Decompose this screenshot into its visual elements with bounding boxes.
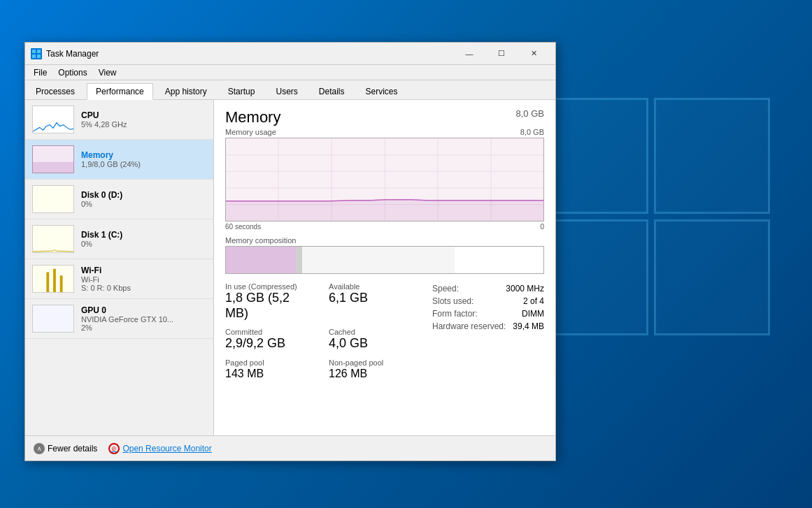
- chart-time-start: 60 seconds: [225, 223, 261, 231]
- gpu-thumbnail: [32, 305, 74, 333]
- disk1-detail: 0%: [81, 240, 122, 248]
- close-button[interactable]: ✕: [518, 43, 550, 65]
- tab-performance[interactable]: Performance: [87, 83, 153, 100]
- disk1-name: Disk 1 (C:): [81, 230, 122, 240]
- chart-max-label: 8,0 GB: [520, 128, 544, 136]
- sidebar-item-disk0[interactable]: Disk 0 (D:) 0%: [25, 180, 213, 219]
- disk1-thumbnail: [32, 225, 74, 253]
- sidebar-item-cpu[interactable]: CPU 5% 4,28 GHz: [25, 100, 213, 140]
- left-stats: In use (Compressed) 1,8 GB (5,2 MB) Avai…: [225, 282, 418, 380]
- chart-usage-label: Memory usage: [225, 128, 276, 136]
- chevron-up-icon: ∧: [34, 443, 45, 454]
- speed-value: 3000 MHz: [506, 284, 544, 293]
- cpu-detail: 5% 4,28 GHz: [81, 120, 127, 129]
- fewer-details-link[interactable]: ∧ Fewer details: [34, 443, 97, 454]
- tab-app-history[interactable]: App history: [156, 83, 216, 99]
- available-label: Available: [329, 282, 418, 291]
- svg-rect-9: [46, 273, 49, 293]
- chart-time-row: 60 seconds 0: [225, 223, 544, 231]
- stat-non-paged-pool: Non-paged pool 126 MB: [329, 358, 418, 380]
- composition-bar: [225, 246, 544, 274]
- bottom-bar: ∧ Fewer details ⊘ Open Resource Monitor: [25, 435, 555, 460]
- menu-view[interactable]: View: [93, 66, 122, 79]
- committed-value: 2,9/9,2 GB: [225, 336, 315, 351]
- memory-detail: 1,9/8,0 GB (24%): [81, 160, 141, 168]
- menu-options[interactable]: Options: [52, 66, 92, 79]
- svg-marker-22: [226, 200, 543, 222]
- task-manager-window: Task Manager — ☐ ✕ File Options View Pro…: [24, 42, 556, 461]
- svg-rect-1: [37, 50, 41, 53]
- slots-row: Slots used: 2 of 4: [432, 295, 544, 307]
- cpu-thumbnail: [32, 106, 74, 133]
- cpu-info: CPU 5% 4,28 GHz: [81, 110, 127, 129]
- resource-monitor-icon: ⊘: [108, 443, 120, 454]
- committed-label: Committed: [225, 328, 315, 336]
- wifi-thumbnail: [32, 265, 74, 293]
- main-content: CPU 5% 4,28 GHz Memory 1,9/8,0 GB (24%): [25, 100, 555, 435]
- gpu-info: GPU 0 NVIDIA GeForce GTX 10... 2%: [81, 305, 173, 332]
- svg-rect-5: [33, 162, 73, 173]
- comp-in-use: [226, 247, 296, 273]
- gpu-detail2: 2%: [81, 324, 173, 332]
- form-factor-label: Form factor:: [432, 309, 478, 319]
- open-resource-label: Open Resource Monitor: [122, 444, 211, 453]
- available-value: 6,1 GB: [329, 291, 418, 306]
- svg-rect-3: [37, 55, 41, 58]
- in-use-label: In use (Compressed): [225, 282, 315, 291]
- sidebar: CPU 5% 4,28 GHz Memory 1,9/8,0 GB (24%): [25, 100, 214, 435]
- svg-rect-6: [33, 186, 73, 212]
- paged-pool-label: Paged pool: [225, 358, 315, 367]
- slots-value: 2 of 4: [523, 296, 544, 306]
- sidebar-item-disk1[interactable]: Disk 1 (C:) 0%: [25, 219, 213, 259]
- svg-rect-12: [33, 305, 73, 332]
- speed-label: Speed:: [432, 284, 459, 293]
- fewer-details-label: Fewer details: [48, 444, 97, 453]
- window-controls: — ☐ ✕: [453, 43, 550, 65]
- tab-details[interactable]: Details: [310, 83, 354, 99]
- open-resource-monitor-link[interactable]: ⊘ Open Resource Monitor: [108, 443, 211, 454]
- stat-in-use: In use (Compressed) 1,8 GB (5,2 MB): [225, 282, 315, 321]
- sidebar-item-memory[interactable]: Memory 1,9/8,0 GB (24%): [25, 140, 213, 180]
- tab-services[interactable]: Services: [357, 83, 407, 99]
- menu-file[interactable]: File: [28, 66, 52, 79]
- slots-label: Slots used:: [432, 296, 473, 306]
- memory-chart-container: Memory usage 8,0 GB: [225, 128, 544, 231]
- tab-bar: Processes Performance App history Startu…: [25, 80, 555, 100]
- svg-rect-11: [60, 275, 63, 292]
- wifi-detail: Wi-Fi: [81, 275, 131, 284]
- hw-reserved-label: Hardware reserved:: [432, 321, 506, 331]
- minimize-button[interactable]: —: [453, 43, 485, 65]
- tab-startup[interactable]: Startup: [219, 83, 264, 99]
- disk0-info: Disk 0 (D:) 0%: [81, 190, 122, 208]
- app-icon: [31, 48, 42, 59]
- stat-committed: Committed 2,9/9,2 GB: [225, 328, 315, 351]
- sidebar-item-gpu[interactable]: GPU 0 NVIDIA GeForce GTX 10... 2%: [25, 299, 213, 339]
- window-title: Task Manager: [46, 49, 453, 59]
- cached-label: Cached: [329, 328, 418, 336]
- wifi-info: Wi-Fi Wi-Fi S: 0 R: 0 Kbps: [81, 266, 131, 292]
- stat-paged-pool: Paged pool 143 MB: [225, 358, 315, 380]
- comp-free: [455, 247, 543, 273]
- chart-time-end: 0: [540, 223, 544, 231]
- title-bar: Task Manager — ☐ ✕: [25, 43, 555, 65]
- disk0-name: Disk 0 (D:): [81, 190, 122, 200]
- stat-cached: Cached 4,0 GB: [329, 328, 418, 351]
- cached-value: 4,0 GB: [329, 336, 418, 351]
- tab-users[interactable]: Users: [266, 83, 306, 99]
- gpu-detail: NVIDIA GeForce GTX 10...: [81, 315, 173, 324]
- disk0-thumbnail: [32, 185, 74, 213]
- right-panel: Memory 8,0 GB Memory usage 8,0 GB: [214, 100, 555, 435]
- cpu-name: CPU: [81, 110, 127, 120]
- svg-rect-2: [32, 55, 36, 58]
- panel-header: Memory 8,0 GB: [225, 108, 544, 126]
- composition-label: Memory composition: [225, 236, 544, 245]
- tab-processes[interactable]: Processes: [27, 83, 84, 99]
- sidebar-item-wifi[interactable]: Wi-Fi Wi-Fi S: 0 R: 0 Kbps: [25, 259, 213, 299]
- menu-bar: File Options View: [25, 65, 555, 80]
- hw-reserved-value: 39,4 MB: [513, 321, 544, 331]
- form-factor-value: DIMM: [522, 309, 544, 319]
- non-paged-pool-value: 126 MB: [329, 367, 418, 380]
- maximize-button[interactable]: ☐: [485, 43, 518, 65]
- wifi-name: Wi-Fi: [81, 266, 131, 275]
- memory-name: Memory: [81, 150, 141, 160]
